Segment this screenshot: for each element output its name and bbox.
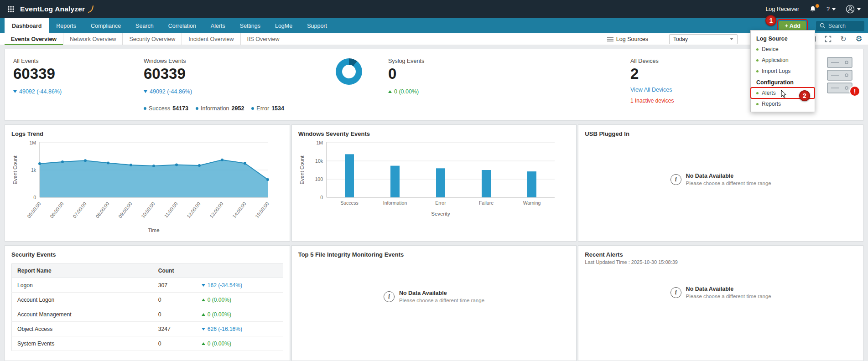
last-updated-text: Last Updated Time : 2025-10-30 15:08:39 xyxy=(585,259,857,265)
logs-trend-chart[interactable]: 01k1M05:00:0006:00:0007:00:0008:00:0009:… xyxy=(11,139,283,236)
nav-tab-support[interactable]: Support xyxy=(300,18,334,33)
stat-all-events: All Events 60339 49092 (-44.86%) xyxy=(13,58,62,95)
panel-title: USB Plugged In xyxy=(585,130,857,137)
svg-text:Warning: Warning xyxy=(523,200,541,206)
svg-text:0: 0 xyxy=(33,195,36,200)
svg-text:Event Count: Event Count xyxy=(12,155,18,185)
settings-gear-icon[interactable] xyxy=(854,35,863,44)
table-row[interactable]: Account Management 0 0 (0.00%) xyxy=(12,307,283,322)
stat-label: All Devices xyxy=(630,58,674,64)
logs-trend-panel: Logs Trend 01k1M05:00:0006:00:0007:00:00… xyxy=(5,124,290,242)
devices-illustration xyxy=(826,55,856,98)
menu-section-configuration: Configuration xyxy=(751,77,815,88)
nav-tab-settings[interactable]: Settings xyxy=(233,18,268,33)
breakdown-item: Success54173 xyxy=(144,105,188,112)
help-menu[interactable]: ? xyxy=(826,6,836,12)
notifications-bell-icon[interactable] xyxy=(809,5,816,13)
events-donut-chart xyxy=(336,58,362,85)
svg-text:10:00:00: 10:00:00 xyxy=(140,201,156,219)
stat-delta: 0 (0.00%) xyxy=(388,88,419,95)
usb-plugged-in-panel: USB Plugged In No Data Available Please … xyxy=(578,124,863,242)
top-bar: EventLog Analyzer Log Receiver ? xyxy=(0,0,868,18)
svg-text:05:00:00: 05:00:00 xyxy=(26,201,42,219)
table-row[interactable]: Account Logon 0 0 (0.00%) xyxy=(12,293,283,307)
panel-title: Recent Alerts xyxy=(585,251,857,258)
breakdown-item: Information2952 xyxy=(196,105,244,112)
svg-text:Success: Success xyxy=(340,200,359,206)
nav-tab-logme[interactable]: LogMe xyxy=(268,18,300,33)
stat-all-devices: All Devices 2 View All Devices 1 Inactiv… xyxy=(630,58,674,104)
stat-syslog-events: Syslog Events 0 0 (0.00%) xyxy=(388,58,424,95)
nav-tab-alerts[interactable]: Alerts xyxy=(203,18,233,33)
tab-network-overview[interactable]: Network Overview xyxy=(63,33,122,45)
menu-item-import-logs[interactable]: Import Logs xyxy=(751,66,815,77)
stat-label: Syslog Events xyxy=(388,58,424,64)
table-row[interactable]: System Events 0 0 (0.00%) xyxy=(12,336,283,351)
search-box[interactable] xyxy=(816,21,864,31)
svg-text:14:00:00: 14:00:00 xyxy=(231,201,247,219)
dashboard-sub-nav: Events Overview Network Overview Securit… xyxy=(0,33,868,45)
svg-text:09:00:00: 09:00:00 xyxy=(117,201,133,219)
logo-swoosh-icon xyxy=(88,5,94,13)
panel-title: Security Events xyxy=(11,251,283,258)
fim-panel: Top 5 File Integrity Monitoring Events N… xyxy=(291,245,577,361)
menu-item-application[interactable]: Application xyxy=(751,55,815,66)
refresh-icon[interactable] xyxy=(839,35,848,44)
stat-delta: 49092 (-44.86%) xyxy=(13,88,62,95)
search-input[interactable] xyxy=(828,23,860,29)
no-data-message: No Data Available Please choose a differ… xyxy=(298,290,570,303)
menu-item-device[interactable]: Device xyxy=(751,44,815,55)
apps-grid-icon[interactable] xyxy=(7,5,15,13)
bullet-icon xyxy=(196,107,198,110)
nav-tab-compliance[interactable]: Compliance xyxy=(83,18,128,33)
svg-text:13:00:00: 13:00:00 xyxy=(208,201,224,219)
svg-text:0: 0 xyxy=(320,195,323,200)
stat-label: All Events xyxy=(13,58,62,64)
view-all-devices-link[interactable]: View All Devices xyxy=(630,87,674,93)
menu-section-log-source: Log Source xyxy=(751,33,815,44)
log-sources-button[interactable]: Log Sources xyxy=(607,36,648,42)
nav-tab-reports[interactable]: Reports xyxy=(49,18,83,33)
stat-delta: 49092 (-44.86%) xyxy=(144,88,192,95)
time-range-select[interactable]: Today xyxy=(669,34,738,44)
annotation-step-1: 1 xyxy=(765,15,776,26)
add-button[interactable]: + Add xyxy=(779,21,806,31)
nav-tab-correlation[interactable]: Correlation xyxy=(161,18,203,33)
tab-iis-overview[interactable]: IIS Overview xyxy=(240,33,286,45)
user-menu[interactable] xyxy=(846,5,861,14)
security-events-panel: Security Events Report Name Count Logon … xyxy=(5,245,290,361)
table-row[interactable]: Object Access 3247 626 (-16.16%) xyxy=(12,322,283,336)
bullet-icon xyxy=(251,107,254,110)
bullet-icon xyxy=(756,48,759,51)
tab-events-overview[interactable]: Events Overview xyxy=(5,33,63,45)
svg-text:100: 100 xyxy=(315,176,323,182)
log-receiver-link[interactable]: Log Receiver xyxy=(765,6,799,12)
bullet-icon xyxy=(144,107,146,110)
tab-security-overview[interactable]: Security Overview xyxy=(122,33,182,45)
help-label: ? xyxy=(826,6,830,12)
main-nav: Dashboard Reports Compliance Search Corr… xyxy=(0,18,868,33)
info-icon xyxy=(670,287,681,298)
nav-tab-search[interactable]: Search xyxy=(128,18,161,33)
bullet-icon xyxy=(756,59,759,62)
stat-label: Windows Events xyxy=(144,58,192,64)
svg-text:Information: Information xyxy=(383,200,407,206)
delta-arrow-icon xyxy=(202,313,205,316)
delta-arrow-icon xyxy=(202,299,205,301)
delta-arrow-icon xyxy=(144,90,147,93)
delta-arrow-icon xyxy=(202,328,205,330)
security-events-table: Report Name Count Logon 307 162 (-34.54%… xyxy=(11,263,283,351)
svg-text:Error: Error xyxy=(435,200,446,206)
table-row[interactable]: Logon 307 162 (-34.54%) xyxy=(12,278,283,293)
tab-incident-overview[interactable]: Incident Overview xyxy=(182,33,240,45)
no-data-message: No Data Available Please choose a differ… xyxy=(585,173,857,186)
row-delta: 0 (0.00%) xyxy=(202,340,231,347)
nav-tab-dashboard[interactable]: Dashboard xyxy=(5,18,49,33)
cursor-icon xyxy=(781,90,787,98)
menu-item-alerts[interactable]: Alerts 2 xyxy=(751,88,815,98)
svg-text:07:00:00: 07:00:00 xyxy=(72,201,88,219)
recent-alerts-panel: Recent Alerts Last Updated Time : 2025-1… xyxy=(578,245,863,361)
svg-text:1M: 1M xyxy=(316,140,323,145)
fullscreen-icon[interactable] xyxy=(823,35,832,44)
windows-severity-chart[interactable]: 010010k1MSuccessInformationErrorFailureW… xyxy=(298,139,570,236)
